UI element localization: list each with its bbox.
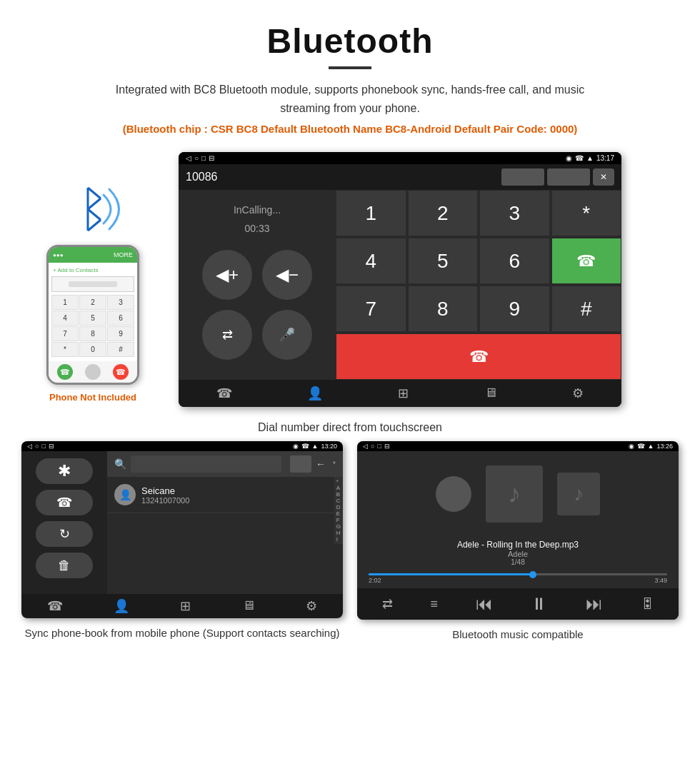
phone-key[interactable]: 3 bbox=[107, 295, 134, 310]
progress-times: 2:02 3:49 bbox=[369, 577, 667, 584]
key-4[interactable]: 4 bbox=[336, 238, 406, 284]
mu-wifi-icon: ▲ bbox=[648, 443, 654, 450]
phone-key[interactable]: 7 bbox=[51, 326, 79, 341]
phone-key[interactable]: 6 bbox=[107, 311, 134, 326]
call-time: 00:33 bbox=[244, 223, 269, 234]
key-2[interactable]: 2 bbox=[408, 190, 479, 236]
alpha-index: * A B C D E F G H I bbox=[334, 477, 343, 544]
key-7[interactable]: 7 bbox=[336, 286, 406, 332]
phone-end-button[interactable]: ☎ bbox=[113, 364, 129, 380]
key-9[interactable]: 9 bbox=[479, 286, 550, 332]
delete-button[interactable]: ✕ bbox=[593, 168, 614, 186]
recent-icon: □ bbox=[201, 154, 206, 162]
delete-sidebar-icon[interactable]: 🗑 bbox=[36, 553, 93, 578]
pb-contacts-icon[interactable]: 👤 bbox=[114, 598, 129, 614]
key-1[interactable]: 1 bbox=[336, 190, 406, 236]
music-progress: 2:02 3:49 bbox=[357, 569, 679, 588]
phone-key[interactable]: 8 bbox=[79, 326, 106, 341]
phonebook-body: ✱ ☎ ↻ 🗑 bbox=[21, 451, 343, 594]
key-3[interactable]: 3 bbox=[479, 190, 550, 236]
mic-button[interactable]: 🎤 bbox=[262, 310, 312, 360]
phone-number-display bbox=[51, 276, 134, 292]
phone-key[interactable]: 4 bbox=[51, 311, 79, 326]
phone-key[interactable]: 1 bbox=[51, 295, 79, 310]
phone-more-label: MORE bbox=[114, 251, 133, 258]
total-time: 3:49 bbox=[654, 577, 667, 584]
phonebook-status-bar: ◁ ○ □ ⊟ ◉ ☎ ▲ 13:20 bbox=[21, 441, 343, 451]
phone-key[interactable]: 2 bbox=[79, 295, 106, 310]
call-sidebar-icon[interactable]: ☎ bbox=[36, 490, 93, 515]
vol-up-button[interactable]: ◀+ bbox=[202, 250, 252, 300]
svg-line-3 bbox=[88, 209, 101, 220]
phone-key[interactable]: 5 bbox=[79, 311, 106, 326]
phonebook-search-bar: 🔍 ← * bbox=[107, 451, 343, 477]
progress-fill bbox=[369, 573, 533, 575]
phone-call-button[interactable]: ☎ bbox=[57, 364, 73, 380]
music-caption: Bluetooth music compatible bbox=[452, 627, 583, 642]
search-input[interactable] bbox=[131, 455, 281, 473]
phone-key[interactable]: * bbox=[51, 342, 79, 357]
sms-nav-icon[interactable]: 🖥 bbox=[484, 385, 497, 401]
phone-keypad: 1 2 3 4 5 6 7 8 9 * 0 # bbox=[50, 293, 136, 358]
phone-mockup: ●●● MORE + Add to Contacts 1 2 3 4 5 6 bbox=[46, 245, 139, 385]
dial-screen: ◁ ○ □ ⊟ ◉ ☎ ▲ 13:17 10086 bbox=[179, 152, 621, 407]
pb-screen-icon: ⊟ bbox=[49, 443, 54, 450]
mu-nav-icons: ◁ ○ □ ⊟ bbox=[363, 443, 390, 450]
svg-line-4 bbox=[88, 220, 101, 231]
mu-screen-icon: ⊟ bbox=[384, 443, 390, 450]
bottom-section: ◁ ○ □ ⊟ ◉ ☎ ▲ 13:20 bbox=[21, 441, 679, 642]
dialer-body: InCalling... 00:33 ◀+ ◀− ⇄ 🎤 1 2 bbox=[179, 190, 621, 380]
key-star[interactable]: * bbox=[551, 190, 622, 236]
progress-dot[interactable] bbox=[529, 571, 536, 578]
playlist-icon[interactable]: ≡ bbox=[431, 597, 439, 612]
phone-key[interactable]: 0 bbox=[79, 342, 106, 357]
album-circle-left bbox=[436, 476, 471, 512]
pb-back-icon: ◁ bbox=[27, 443, 32, 450]
phone-dialer: + Add to Contacts 1 2 3 4 5 6 7 8 9 bbox=[49, 263, 137, 361]
refresh-sidebar-icon[interactable]: ↻ bbox=[36, 521, 93, 547]
volume-buttons: ◀+ ◀− bbox=[201, 248, 314, 301]
key-5[interactable]: 5 bbox=[408, 238, 479, 284]
key-hash[interactable]: # bbox=[551, 286, 622, 332]
call-button[interactable]: ☎ bbox=[551, 238, 622, 284]
pb-dialpad-icon[interactable]: ⊞ bbox=[180, 598, 191, 614]
vol-down-button[interactable]: ◀− bbox=[262, 250, 312, 300]
pb-right-icons: ◉ ☎ ▲ 13:20 bbox=[293, 443, 337, 450]
calls-nav-icon[interactable]: ☎ bbox=[216, 385, 232, 401]
song-title: Adele - Rolling In the Deep.mp3 bbox=[364, 540, 671, 550]
key-8[interactable]: 8 bbox=[408, 286, 479, 332]
shuffle-icon[interactable]: ⇄ bbox=[382, 596, 393, 612]
track-info: 1/48 bbox=[364, 558, 671, 566]
key-6[interactable]: 6 bbox=[479, 238, 550, 284]
contact-info: Seicane 13241007000 bbox=[141, 485, 189, 505]
extra-buttons: ⇄ 🎤 bbox=[201, 308, 314, 361]
pb-settings-icon[interactable]: ⚙ bbox=[306, 598, 317, 614]
prev-icon[interactable]: ⏮ bbox=[476, 594, 493, 614]
phone-key[interactable]: 9 bbox=[107, 326, 134, 341]
dialed-number: 10086 bbox=[186, 171, 344, 183]
music-controls: ⇄ ≡ ⏮ ⏸ ⏭ 🎛 bbox=[357, 588, 679, 620]
top-section: ●●● MORE + Add to Contacts 1 2 3 4 5 6 bbox=[21, 152, 679, 407]
phonebook-section: ◁ ○ □ ⊟ ◉ ☎ ▲ 13:20 bbox=[21, 441, 343, 642]
end-call-button[interactable]: ☎ bbox=[336, 333, 621, 380]
contact-number: 13241007000 bbox=[141, 496, 189, 505]
contacts-nav-icon[interactable]: 👤 bbox=[307, 385, 323, 401]
album-art-main: ♪ bbox=[486, 465, 543, 523]
back-button[interactable]: ← bbox=[316, 458, 326, 470]
page-title: Bluetooth bbox=[14, 21, 686, 61]
location-icon: ◉ bbox=[566, 154, 572, 162]
play-pause-icon[interactable]: ⏸ bbox=[531, 594, 548, 614]
next-icon[interactable]: ⏭ bbox=[586, 594, 603, 614]
mu-location-icon: ◉ bbox=[629, 443, 634, 450]
pb-calls-icon[interactable]: ☎ bbox=[47, 598, 63, 614]
contact-row[interactable]: 👤 Seicane 13241007000 bbox=[107, 477, 334, 513]
pb-sms-icon[interactable]: 🖥 bbox=[242, 598, 255, 614]
mu-time: 13:26 bbox=[656, 443, 673, 450]
album-area: ♪ ♪ bbox=[357, 451, 679, 537]
switch-button[interactable]: ⇄ bbox=[202, 310, 252, 360]
dialpad-nav-icon[interactable]: ⊞ bbox=[398, 385, 409, 401]
settings-nav-icon[interactable]: ⚙ bbox=[572, 385, 584, 401]
mu-call-icon: ☎ bbox=[637, 443, 645, 450]
equalizer-icon[interactable]: 🎛 bbox=[641, 597, 654, 612]
phone-key[interactable]: # bbox=[107, 342, 134, 357]
